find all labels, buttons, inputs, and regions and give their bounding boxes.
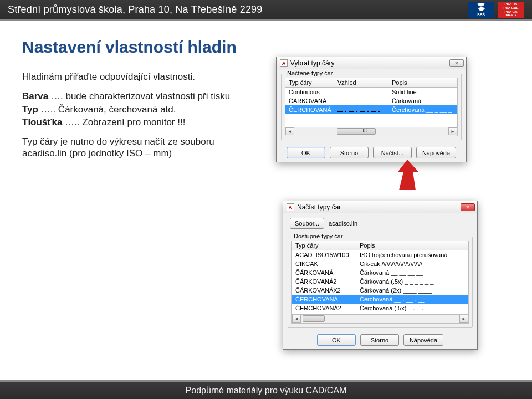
cell-desc: Čárkovaná __ __ __ __ — [356, 269, 468, 276]
dlg1-group-loaded: Načtené typy čar Typ čáry Vzhled Popis C… — [281, 74, 462, 140]
col-typ[interactable]: Typ čáry — [292, 241, 356, 250]
logo-prague: PRA HA PRA GUE PRA GA PRA G — [498, 2, 524, 18]
slide-body: Nastavení vlastností hladin Hladinám při… — [0, 21, 532, 380]
table-row[interactable]: ČERCHOVANÁ2 Čerchovaná (.5x) _ . _ . _ — [292, 304, 468, 313]
cell-name: ACAD_ISO15W100 — [292, 252, 356, 258]
scroll-right-icon[interactable]: ► — [459, 315, 468, 323]
cell-sample — [334, 89, 388, 95]
cell-sample — [334, 106, 388, 113]
svg-marker-0 — [398, 160, 418, 190]
table-row[interactable]: ČERCHOVANÁ Čerchovaná __ _ __ _ — [285, 105, 457, 114]
file-button[interactable]: Soubor... — [290, 218, 324, 229]
cell-name: ČERCHOVANÁ — [285, 106, 334, 113]
table-row[interactable]: ČERCHOVANÁ Čerchovaná __ . __ . __ — [292, 295, 468, 304]
help-button[interactable]: Nápověda — [416, 147, 456, 158]
cancel-button[interactable]: Storno — [330, 147, 369, 158]
table-row[interactable]: ČÁRKOVANÁ Čárkovaná __ __ __ __ — [292, 268, 468, 277]
cancel-button[interactable]: Storno — [360, 334, 399, 346]
load-button[interactable]: Načíst... — [373, 147, 412, 158]
close-icon[interactable]: ✕ — [449, 59, 464, 67]
cell-desc: ISO trojčerchovaná přerušovaná __ _ _ _ — [356, 252, 468, 258]
scroll-thumb[interactable] — [337, 128, 376, 135]
dlg2-columns[interactable]: Typ čáry Popis — [291, 241, 469, 250]
footer-text: Podpůrné materiály pro výuku CAD/CAM — [186, 386, 347, 396]
cell-desc: Čárkovaná (.5x) _ _ _ _ _ _ — [356, 278, 468, 285]
dialog-load-linetypes: A Načíst typy čar ✕ Soubor... acadiso.li… — [283, 201, 478, 350]
cell-sample — [334, 98, 388, 104]
logo-container: SPŠ PRA HA PRA GUE PRA GA PRA G — [468, 2, 524, 18]
table-row[interactable]: ČÁRKOVANÁ2 Čárkovaná (.5x) _ _ _ _ _ _ — [292, 277, 468, 286]
para-intro: Hladinám přiřaďte odpovídající vlastnost… — [22, 71, 255, 83]
col-vzhled[interactable]: Vzhled — [334, 78, 388, 87]
ok-button[interactable]: OK — [317, 334, 356, 346]
cell-desc: Čerchovaná __ _ __ _ — [388, 106, 457, 113]
para-note: Typ čáry je nutno do výkresu načít ze so… — [22, 136, 255, 160]
cell-desc: Čerchovaná __ . __ . __ — [356, 296, 468, 303]
dlg1-title: Vybrat typ čáry — [290, 59, 335, 67]
cell-name: ČÁRKOVANÁ — [292, 269, 356, 276]
dlg2-buttons: OK Storno Nápověda — [283, 332, 477, 349]
para-tloustka: Tloušťka ….. Zobrazení pro monitor !!! — [22, 116, 255, 128]
cell-name: Continuous — [285, 89, 334, 95]
cell-desc: Čerchovaná (.5x) _ . _ . _ — [356, 305, 468, 311]
dlg1-buttons: OK Storno Načíst... Nápověda — [277, 145, 466, 162]
cell-name: ČERCHOVANÁ — [292, 296, 356, 303]
dlg1-list[interactable]: Continuous Solid lineČÁRKOVANÁ Čárkovaná… — [285, 88, 458, 127]
cell-name: CIKCAK — [292, 260, 356, 267]
file-name: acadiso.lin — [329, 220, 357, 227]
dlg2-group-label: Dostupné typy čar — [291, 233, 345, 239]
autocad-icon: A — [287, 203, 294, 211]
header-bar: Střední průmyslová škola, Praha 10, Na T… — [0, 0, 532, 21]
cell-name: ČÁRKOVANÁ — [285, 98, 334, 104]
scroll-left-icon[interactable]: ◄ — [292, 315, 301, 323]
cell-name: ČÁRKOVANÁX2 — [292, 287, 356, 294]
dlg1-titlebar[interactable]: A Vybrat typ čáry ✕ — [277, 57, 466, 69]
cell-desc: Cik-cak /\/\/\/\/\/\/\/\/\/\/\/\ — [356, 260, 468, 267]
table-row[interactable]: ČÁRKOVANÁ Čárkovaná __ __ __ — [285, 96, 457, 105]
callout-arrow-icon — [388, 160, 427, 193]
table-row[interactable]: ACAD_ISO15W100 ISO trojčerchovaná přeruš… — [292, 250, 468, 259]
para-typ: Typ ….. Čárkovaná, čerchovaná atd. — [22, 104, 255, 115]
table-row[interactable]: CIKCAK Cik-cak /\/\/\/\/\/\/\/\/\/\/\/\ — [292, 259, 468, 268]
col-popis[interactable]: Popis — [388, 78, 457, 87]
ok-button[interactable]: OK — [287, 147, 325, 158]
autocad-icon: A — [280, 59, 288, 67]
school-title: Střední průmyslová škola, Praha 10, Na T… — [8, 4, 263, 16]
col-typ[interactable]: Typ čáry — [285, 78, 334, 87]
cell-desc: Solid line — [388, 89, 457, 95]
table-row[interactable]: Continuous Solid line — [285, 88, 457, 96]
logo-sps: SPŠ — [468, 2, 494, 18]
footer-bar: Podpůrné materiály pro výuku CAD/CAM — [0, 380, 532, 399]
dlg1-group-label: Načtené typy čar — [285, 70, 335, 76]
cell-desc: Čárkovaná __ __ __ — [388, 98, 457, 104]
body-text: Hladinám přiřaďte odpovídající vlastnost… — [22, 71, 255, 160]
para-barva: Barva …. bude charakterizovat vlastnosti… — [22, 90, 255, 102]
dlg2-hscroll[interactable]: ◄ ► — [291, 315, 469, 324]
dlg2-title: Načíst typy čar — [297, 203, 341, 211]
scroll-thumb[interactable] — [303, 315, 325, 322]
help-button[interactable]: Nápověda — [403, 334, 443, 346]
col-popis[interactable]: Popis — [356, 241, 468, 250]
cell-desc: Čárkovaná (2x) ____ ____ — [356, 287, 468, 294]
page-title: Nastavení vlastností hladin — [22, 38, 510, 57]
table-row[interactable]: ČÁRKOVANÁX2 Čárkovaná (2x) ____ ____ — [292, 286, 468, 295]
dlg2-group-available: Dostupné typy čar Typ čáry Popis ACAD_IS… — [288, 237, 473, 328]
dlg2-titlebar[interactable]: A Načíst typy čar ✕ — [283, 201, 477, 213]
dlg1-hscroll[interactable]: ◄ !!! ► — [285, 127, 458, 136]
scroll-left-icon[interactable]: ◄ — [285, 127, 294, 135]
cell-name: ČERCHOVANÁ2 — [292, 305, 356, 311]
close-icon[interactable]: ✕ — [461, 203, 475, 211]
dlg1-columns[interactable]: Typ čáry Vzhled Popis — [285, 78, 458, 88]
dlg2-list[interactable]: ACAD_ISO15W100 ISO trojčerchovaná přeruš… — [291, 250, 469, 315]
scroll-caption: !!! — [363, 127, 367, 133]
scroll-right-icon[interactable]: ► — [448, 127, 457, 135]
dialog-select-linetype: A Vybrat typ čáry ✕ Načtené typy čar Typ… — [276, 57, 467, 162]
dlg2-file-row: Soubor... acadiso.lin — [283, 213, 477, 229]
cell-name: ČÁRKOVANÁ2 — [292, 278, 356, 285]
